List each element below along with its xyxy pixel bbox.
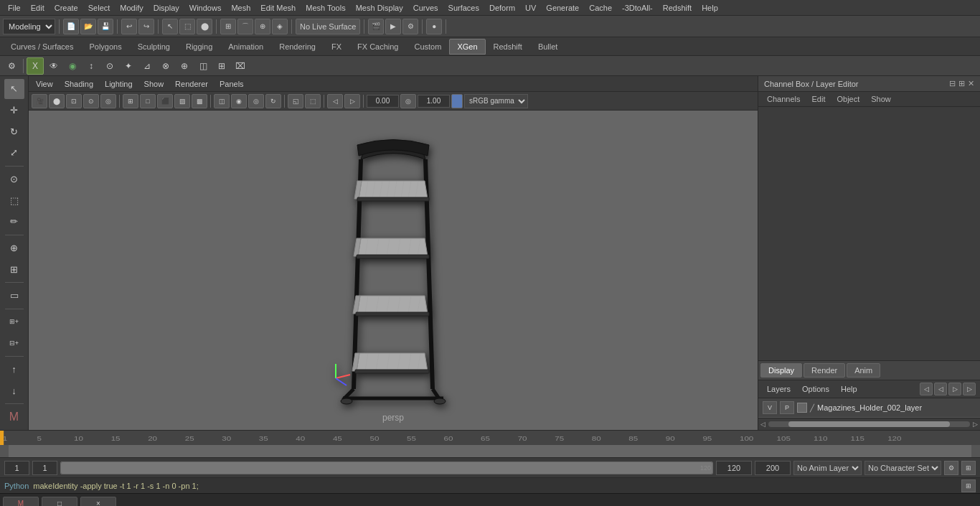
frame-current-input[interactable] xyxy=(32,461,57,475)
lasso-lt[interactable]: ⬚ xyxy=(4,190,24,210)
paint-btn[interactable]: ⬤ xyxy=(197,19,212,34)
tab-custom[interactable]: Custom xyxy=(407,39,450,55)
vp-tb-shade2[interactable]: ▩ xyxy=(192,94,207,108)
save-scene-btn[interactable]: 💾 xyxy=(98,19,113,34)
layer-remove-btn[interactable]: ◁ xyxy=(934,383,947,395)
zoom-input[interactable] xyxy=(418,95,450,108)
camera-near-input[interactable] xyxy=(367,95,399,108)
menu-uv[interactable]: UV xyxy=(520,2,541,14)
xgen-icon9[interactable]: ⊕ xyxy=(176,57,193,75)
tab-rigging[interactable]: Rigging xyxy=(178,39,220,55)
tab-animation[interactable]: Animation xyxy=(220,39,271,55)
menu-mesh[interactable]: Mesh xyxy=(226,2,255,14)
layer-tab-anim[interactable]: Anim xyxy=(847,363,880,378)
tab-polygons[interactable]: Polygons xyxy=(81,39,129,55)
layer-visibility-btn[interactable]: V xyxy=(763,401,777,414)
maya-icon-lt[interactable]: M xyxy=(4,407,24,427)
live-surface-label[interactable]: No Live Surface xyxy=(296,19,360,34)
vp-menu-panels[interactable]: Panels xyxy=(217,78,247,90)
mode-select[interactable]: Modeling xyxy=(3,19,55,34)
menu-select[interactable]: Select xyxy=(83,2,116,14)
select-tool-lt[interactable]: ↖ xyxy=(4,79,24,99)
status-settings-btn[interactable]: ⚙ xyxy=(944,461,958,475)
render-settings-btn[interactable]: ⚙ xyxy=(402,19,418,34)
ch-tab-object[interactable]: Object xyxy=(831,93,865,105)
tab-fx-caching[interactable]: FX Caching xyxy=(349,39,406,55)
lasso-btn[interactable]: ⬚ xyxy=(179,19,195,34)
vp-menu-lighting[interactable]: Lighting xyxy=(102,78,136,90)
vp-tb-fwd[interactable]: ▷ xyxy=(344,94,360,108)
ch-tab-channels[interactable]: Channels xyxy=(761,93,806,105)
vp-tb-color-swatch[interactable] xyxy=(451,94,463,108)
vp-tb-render[interactable]: ◎ xyxy=(100,94,116,108)
vp-tb-hud[interactable]: ◱ xyxy=(288,94,303,108)
soft-select-lt[interactable]: ⊙ xyxy=(4,169,24,189)
vp-tb-wireframe[interactable]: □ xyxy=(140,94,156,108)
ch-tab-show[interactable]: Show xyxy=(865,93,897,105)
timeline-ruler[interactable]: 1 5 10 15 20 25 30 35 40 45 50 55 60 65 … xyxy=(0,431,980,445)
xform-lt[interactable]: ⊞ xyxy=(4,259,24,279)
xgen-icon2[interactable]: 👁 xyxy=(45,57,62,75)
menu-create[interactable]: Create xyxy=(50,2,83,14)
menu-mesh-tools[interactable]: Mesh Tools xyxy=(301,2,350,14)
frame-start-input[interactable] xyxy=(4,461,29,475)
anim-layer-select[interactable]: No Anim Layer xyxy=(793,461,862,475)
layer-scroll-left-btn[interactable]: ◁ xyxy=(760,421,765,428)
color-space-select[interactable]: sRGB gamma xyxy=(464,94,528,108)
ipr-btn[interactable]: ▶ xyxy=(385,19,401,34)
menu-file[interactable]: File xyxy=(3,2,26,14)
layer-playback-btn[interactable]: P xyxy=(780,401,794,414)
tab-bullet[interactable]: Bullet xyxy=(530,39,566,55)
vp-tb-overlay[interactable]: ◉ xyxy=(231,94,247,108)
layer-opt-help[interactable]: Help xyxy=(837,384,862,394)
layer-down-btn[interactable]: ▷ xyxy=(963,383,976,395)
layer-scroll-right-btn[interactable]: ▷ xyxy=(973,421,978,428)
move-tool-lt[interactable]: ✛ xyxy=(4,100,24,121)
xgen-icon7[interactable]: ⊿ xyxy=(138,57,156,75)
xgen-icon11[interactable]: ⊞ xyxy=(213,57,230,75)
undo-btn[interactable]: ↩ xyxy=(121,19,137,34)
plus-grid-lt[interactable]: ⊞+ xyxy=(4,312,24,332)
close-taskbar-btn[interactable]: × xyxy=(80,497,116,507)
vp-menu-renderer[interactable]: Renderer xyxy=(172,78,211,90)
menu-mesh-display[interactable]: Mesh Display xyxy=(351,2,408,14)
arrow2-lt[interactable]: ↓ xyxy=(4,381,24,401)
maya-taskbar-btn[interactable]: M xyxy=(3,497,39,507)
menu-edit[interactable]: Edit xyxy=(26,2,50,14)
vp-tb-snap[interactable]: ⊡ xyxy=(66,94,82,108)
layer-up-btn[interactable]: ▷ xyxy=(948,383,961,395)
tab-fx[interactable]: FX xyxy=(324,39,349,55)
snap-surface-btn[interactable]: ◈ xyxy=(272,19,288,34)
vp-tb-xray[interactable]: ◫ xyxy=(214,94,230,108)
vp-tb-grid[interactable]: ⊞ xyxy=(123,94,138,108)
arrow-lt[interactable]: ↑ xyxy=(4,360,24,380)
settings-icon-btn[interactable]: ⚙ xyxy=(3,57,20,75)
layer-add-btn[interactable]: ◁ xyxy=(920,383,933,395)
vp-tb-smooth[interactable]: ⬛ xyxy=(157,94,173,108)
layer-tab-render[interactable]: Render xyxy=(804,363,845,378)
python-end-btn[interactable]: ⊞ xyxy=(961,479,976,492)
menu-cache[interactable]: Cache xyxy=(584,2,617,14)
range-slider[interactable]: 120 xyxy=(60,462,713,474)
max-val-input[interactable] xyxy=(755,461,791,475)
render-btn[interactable]: 🎬 xyxy=(368,19,384,34)
char-set-select[interactable]: No Character Set xyxy=(864,461,941,475)
xgen-icon5[interactable]: ⊙ xyxy=(101,57,118,75)
minus-grid-lt[interactable]: ⊟+ xyxy=(4,333,24,353)
xgen-icon1[interactable]: X xyxy=(27,57,44,75)
layer-color-swatch[interactable] xyxy=(797,403,807,413)
range-end-input[interactable] xyxy=(716,461,752,475)
menu-deform[interactable]: Deform xyxy=(484,2,520,14)
redshift-btn[interactable]: ● xyxy=(426,19,442,34)
channel-box-expand-btn[interactable]: ⊞ xyxy=(958,79,965,88)
vp-tb-isolate[interactable]: ⊙ xyxy=(83,94,99,108)
vp-tb-back[interactable]: ◁ xyxy=(327,94,343,108)
status-extra-btn[interactable]: ⊞ xyxy=(961,461,976,475)
menu-3dtoall[interactable]: -3DtoAll- xyxy=(617,2,658,14)
vp-tb-cam-icon[interactable]: ◎ xyxy=(400,94,416,108)
channel-box-close-btn[interactable]: ⊟ xyxy=(949,79,956,88)
scale-tool-lt[interactable]: ⤢ xyxy=(4,143,24,163)
rect-select-lt[interactable]: ▭ xyxy=(4,286,24,306)
menu-help[interactable]: Help xyxy=(697,2,723,14)
vp-tb-record[interactable]: ⬤ xyxy=(49,94,65,108)
